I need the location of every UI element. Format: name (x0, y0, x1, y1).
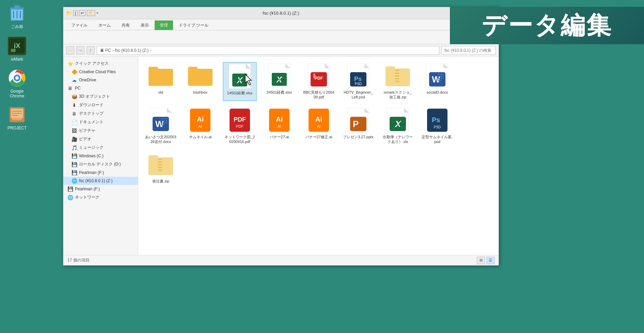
svg-rect-100 (158, 167, 162, 168)
sidebar-item-onedrive[interactable]: ☁ OneDrive (63, 76, 138, 84)
file-item-bbc-pdf[interactable]: PDF BBC見積もり200409.pdf (302, 62, 336, 101)
folder-icon-old (148, 63, 173, 88)
sidebar-item-creative-cloud[interactable]: 🔶 Creative Cloud Files (63, 68, 138, 76)
large-icons-view-btn[interactable]: ⊞ (477, 257, 485, 264)
overlay-title: データ編集 (450, 7, 644, 44)
svg-text:Ai: Ai (197, 115, 204, 123)
chrome-icon-desktop[interactable]: Google Chrome (3, 68, 31, 98)
view-toggle: ⊞ ☰ (477, 257, 494, 264)
recycle-bin-icon[interactable]: ごみ箱 (3, 3, 31, 30)
folder-icon-trashbox (188, 63, 213, 88)
drive-z-icon: 🌐 (72, 178, 77, 184)
sidebar-item-3d[interactable]: 📦 3D オブジェクト (63, 92, 138, 101)
sidebar-item-desktop[interactable]: 🖥 デスクトップ (63, 109, 138, 118)
file-item-banner27fix-ai[interactable]: Ai AI バナー27修正.ai (302, 107, 336, 146)
documents-label: ドキュメント (79, 119, 104, 125)
back-button[interactable]: ← (66, 46, 74, 54)
sidebar-item-quick-access[interactable]: ⭐ クイック アクセス (63, 59, 138, 68)
file-name-old: old (158, 90, 163, 95)
sidebar-item-local-d[interactable]: 💾 ローカル ディスク (D:) (63, 160, 138, 169)
sidebar: ⭐ クイック アクセス 🔶 Creative Cloud Files ☁ One… (63, 57, 138, 255)
file-item-teikei-psd[interactable]: Ps PSD 定型サムネイル案.psd (420, 107, 454, 146)
sidebar-item-network[interactable]: 🌐 ネットワーク (63, 193, 138, 202)
file-name-network: ネットワーク図_20200416.pdf (224, 134, 255, 144)
3d-icon: 📦 (72, 94, 77, 99)
tab-share[interactable]: 共有 (116, 20, 135, 30)
file-item-trashbox[interactable]: trashbox (183, 62, 217, 101)
psd-icon-hdtv: Ps PSD (346, 63, 371, 88)
svg-text:AI: AI (317, 124, 320, 128)
sidebar-item-windows-c[interactable]: 💾 Windows (C:) (63, 152, 138, 160)
tab-drive-tools[interactable]: ドライブ ツール (174, 20, 214, 30)
chrome-label: Google Chrome (3, 89, 31, 98)
file-name-presen: プレゼン3.27.pptx (343, 134, 373, 139)
drive-c-icon: 💾 (72, 153, 77, 159)
drive-d-icon: 💾 (72, 162, 77, 167)
music-icon: 🎵 (72, 145, 77, 150)
search-input[interactable] (441, 46, 496, 55)
svg-text:PSD: PSD (355, 82, 362, 86)
sidebar-item-documents[interactable]: 📄 ドキュメント (63, 118, 138, 126)
svg-rect-101 (158, 170, 162, 171)
list-view-btn[interactable]: ☰ (486, 257, 494, 264)
downloads-icon: ⬇ (72, 102, 77, 108)
svg-text:Ps: Ps (354, 76, 362, 82)
tab-home[interactable]: ホーム (93, 20, 116, 30)
sidebar-item-pc[interactable]: 🖥 PC (63, 84, 138, 92)
file-item-14502-xlsx[interactable]: X 14502経費.xlsx (223, 62, 257, 101)
svg-rect-41 (313, 74, 315, 78)
file-item-hacchu-zip[interactable]: 発注書.zip (144, 151, 178, 185)
svg-rect-22 (188, 67, 198, 71)
forward-button[interactable]: → (76, 46, 84, 54)
title-bar-left: 📁 | ↩ 📁 ▾ (66, 10, 98, 16)
zip-icon-hacchu (148, 152, 173, 177)
file-item-old[interactable]: old (144, 62, 178, 101)
file-item-kinmu-xls[interactable]: X 出勤簿（テレワークあり）.xls (381, 107, 415, 146)
file-item-network-pdf[interactable]: PDF PDF ネットワーク図_20200416.pdf (223, 107, 257, 146)
tab-view[interactable]: 表示 (136, 20, 154, 30)
svg-rect-97 (158, 159, 162, 160)
drive-f2-icon: 💾 (67, 186, 73, 192)
file-item-hdtv-psd[interactable]: Ps PSD HDTV_Beginner_Left.psd (341, 62, 375, 101)
onedrive-label: OneDrive (79, 78, 96, 82)
sidebar-item-videos[interactable]: 🎥 ビデオ (63, 135, 138, 143)
svg-rect-50 (395, 73, 399, 74)
file-grid: old trashbox (138, 57, 499, 255)
folder-button[interactable]: 📁 (87, 10, 95, 16)
sidebar-item-downloads[interactable]: ⬇ ダウンロード (63, 101, 138, 109)
save-button[interactable]: | (73, 11, 78, 16)
sidebar-item-pearlman-f[interactable]: 💾 Pearlman (F:) (63, 169, 138, 177)
svg-rect-20 (148, 67, 158, 71)
file-name-hdtv: HDTV_Beginner_Left.psd (343, 90, 374, 100)
file-item-presen-pptx[interactable]: P プレゼン3.27.pptx (341, 107, 375, 146)
videos-icon: 🎥 (72, 137, 77, 142)
undo-button[interactable]: ↩ (79, 10, 85, 16)
sidebar-item-pearlman-f2[interactable]: 💾 Pearlman (F:) (63, 185, 138, 193)
tab-file[interactable]: ファイル (66, 20, 93, 30)
pictures-icon: 🖼 (72, 128, 77, 133)
sidebar-item-fsc-z[interactable]: 🌐 fsc (¥10.8.0.1) (Z:) (63, 177, 138, 185)
address-path[interactable]: 🖥 PC › fsc (¥10.8.0.1) (Z:) › (97, 46, 439, 55)
svg-rect-52 (395, 78, 399, 79)
ixmark-icon-desktop[interactable]: iX ixMark (3, 36, 31, 62)
sidebar-item-music[interactable]: 🎵 ミュージック (63, 143, 138, 152)
ribbon-tabs: ファイル ホーム 共有 表示 管理 ドライブ ツール (63, 19, 499, 30)
excel-icon-24501: X (267, 63, 292, 88)
sidebar-item-pictures[interactable]: 🖼 ビクチャ (63, 126, 138, 135)
desktop-nav-label: デスクトップ (79, 111, 104, 116)
tab-manage[interactable]: 管理 (155, 20, 173, 30)
address-bar: ← → ↑ 🖥 PC › fsc (¥10.8.0.1) (Z:) › (63, 44, 499, 57)
file-item-24501-xlsx[interactable]: X 24501経費.xlsx (262, 62, 296, 101)
file-item-ixmark-zip[interactable]: ixmarkスクショ_加工後.zip (381, 62, 415, 101)
svg-text:PDF: PDF (236, 124, 244, 128)
drive-d-label: ローカル ディスク (D:) (79, 161, 121, 167)
desktop-icon-list: ごみ箱 iX ixMark (3, 3, 31, 130)
file-item-thumbnail-ai[interactable]: Ai AI サムネイル.ai (183, 107, 217, 146)
project-image (7, 105, 27, 124)
ppt-icon-presen: P (346, 108, 371, 132)
file-item-social-docx[interactable]: W socialD.docx (420, 62, 454, 101)
up-button[interactable]: ↑ (87, 46, 95, 54)
project-icon-desktop[interactable]: PROJECT (3, 105, 31, 130)
file-item-banner27-ai[interactable]: Ai AI バナー27.ai (262, 107, 296, 146)
file-item-aisatsu-docx[interactable]: W あいさつ文20200326送付.docx (144, 107, 178, 146)
